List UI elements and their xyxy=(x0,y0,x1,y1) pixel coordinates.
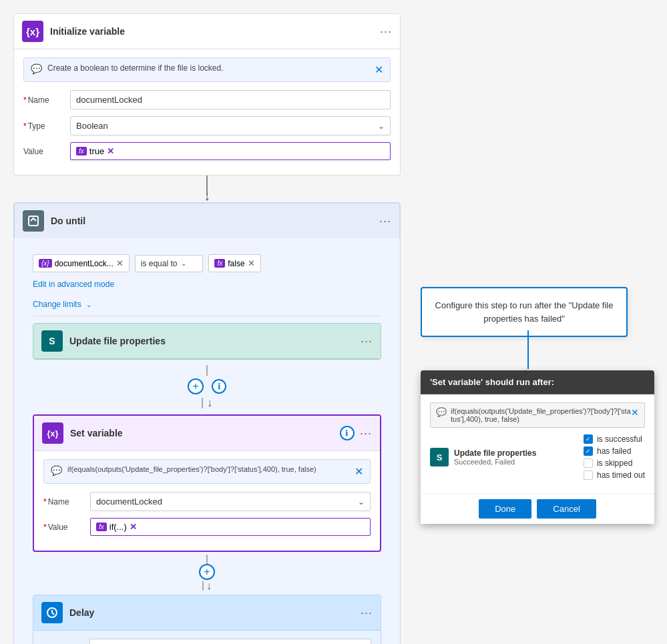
info-bar-close[interactable]: ✕ xyxy=(375,63,383,76)
type-select-wrapper[interactable]: Boolean Integer Float String Array Objec… xyxy=(70,116,391,135)
modal-footer: Done Cancel xyxy=(421,493,654,524)
modal-done-btn[interactable]: Done xyxy=(479,499,531,519)
set-var-expr-clear[interactable]: ✕ xyxy=(130,522,137,532)
callout-text: Configure this step to run after the "Up… xyxy=(435,300,614,324)
delay-card: Delay ··· *Count xyxy=(33,595,381,644)
modal-info-icon: 💬 xyxy=(436,407,447,417)
cb-failed[interactable] xyxy=(584,446,593,456)
info-bar-icon: 💬 xyxy=(31,63,42,74)
set-var-name-row: *Name documentLocked ⌄ xyxy=(43,492,371,511)
init-var-header: {x} Initialize variable ··· xyxy=(14,14,400,49)
condition-op-select[interactable]: is equal to ⌄ xyxy=(135,255,204,272)
set-var-info-icon: 💬 xyxy=(51,465,62,476)
down-arrow-2: ↓ xyxy=(206,580,212,592)
modal-info-bar: 💬 if(equals(outputs('Update_file_propert… xyxy=(430,402,645,428)
checkbox-row-skipped: is skipped xyxy=(584,458,645,468)
plus-info-row: + ℹ xyxy=(188,378,226,394)
inner-steps: S Update file properties ··· + xyxy=(33,323,381,644)
condition-var-remove[interactable]: ✕ xyxy=(116,258,124,268)
set-var-body: 💬 if(equals(outputs('Update_file_propert… xyxy=(34,451,380,551)
checkbox-row-successful: is successful xyxy=(584,434,645,444)
divider xyxy=(33,316,381,316)
init-var-body: 💬 Create a boolean to determine if the f… xyxy=(14,49,400,175)
info-button[interactable]: ℹ xyxy=(212,379,226,394)
update-file-menu[interactable]: ··· xyxy=(361,334,373,348)
set-var-name-dropdown[interactable]: documentLocked xyxy=(91,493,370,511)
expr-value: true xyxy=(89,146,104,156)
set-var-title: Set variable xyxy=(70,428,340,438)
value-input[interactable]: fx true ✕ xyxy=(70,142,391,160)
connector-arrow-1: ↓ xyxy=(204,189,210,202)
delay-menu[interactable]: ··· xyxy=(361,606,373,620)
cb-timedout-label: has timed out xyxy=(597,470,645,480)
set-var-expr-text: if(...) xyxy=(109,522,127,532)
cb-skipped[interactable] xyxy=(584,458,593,468)
name-input[interactable] xyxy=(70,90,391,109)
expr-clear[interactable]: ✕ xyxy=(107,146,114,156)
plus-row-bot: ↓ xyxy=(202,394,212,412)
modal-cancel-btn[interactable]: Cancel xyxy=(537,499,596,519)
modal-step-status: Succeeded, Failed xyxy=(454,458,578,466)
value-row: Value fx true ✕ xyxy=(23,142,391,160)
initialize-variable-card: {x} Initialize variable ··· 💬 Create a b… xyxy=(13,13,401,176)
cb-successful-label: is successful xyxy=(597,434,642,444)
cb-successful[interactable] xyxy=(584,434,593,444)
set-var-menu[interactable]: ··· xyxy=(360,426,372,440)
line-bot xyxy=(202,398,203,408)
delay-title: Delay xyxy=(69,607,361,618)
svg-line-3 xyxy=(52,613,54,615)
cb-skipped-label: is skipped xyxy=(597,458,632,468)
update-file-title: Update file properties xyxy=(69,336,361,346)
set-var-icon: {x} xyxy=(42,422,63,444)
condition-op-text: is equal to xyxy=(141,259,178,268)
cb-failed-label: has failed xyxy=(597,446,631,456)
init-var-menu[interactable]: ··· xyxy=(380,25,392,39)
set-var-info-close[interactable]: ✕ xyxy=(355,465,363,478)
edit-advanced-link[interactable]: Edit in advanced mode xyxy=(33,280,114,289)
condition-val-token[interactable]: fx false ✕ xyxy=(208,254,260,272)
modal-title: 'Set variable' should run after: xyxy=(430,377,554,387)
init-var-info-bar: 💬 Create a boolean to determine if the f… xyxy=(23,57,391,82)
type-select[interactable]: Boolean Integer Float String Array Objec… xyxy=(71,117,390,135)
callout-panel: Configure this step to run after the "Up… xyxy=(421,287,628,337)
set-var-info-bar: 💬 if(equals(outputs('Update_file_propert… xyxy=(43,459,371,484)
set-variable-card: {x} Set variable ℹ ··· 💬 if(equals(outp xyxy=(33,414,381,552)
condition-var-token[interactable]: {x} documentLock... ✕ xyxy=(33,254,130,272)
condition-var-text: documentLock... xyxy=(55,259,114,268)
modal-step-info: Update file properties Succeeded, Failed xyxy=(454,448,578,466)
do-until-body: {x} documentLock... ✕ is equal to ⌄ fx f… xyxy=(23,246,391,644)
condition-var-icon: {x} xyxy=(39,259,52,268)
modal-step-icon: S xyxy=(430,448,449,466)
plus-button-2[interactable]: + xyxy=(199,564,215,580)
modal-header: 'Set variable' should run after: xyxy=(421,370,654,394)
condition-val-remove[interactable]: ✕ xyxy=(248,258,255,268)
set-var-info-text: if(equals(outputs('Update_file_propertie… xyxy=(67,465,316,473)
delay-count-row: *Count xyxy=(43,639,371,644)
do-until-card: Do until ··· {x} documentLock... ✕ is eq… xyxy=(13,202,401,644)
modal-step-row: S Update file properties Succeeded, Fail… xyxy=(430,434,645,480)
set-var-value-input[interactable]: fx if(...) ✕ xyxy=(90,518,371,536)
modal-checkboxes: is successful has failed is skipped has … xyxy=(584,434,645,480)
modal-info-text: if(equals(outputs('Update_file_propertie… xyxy=(451,407,631,423)
do-until-menu[interactable]: ··· xyxy=(379,214,391,228)
update-file-header: S Update file properties ··· xyxy=(33,324,381,359)
connector-1: ↓ xyxy=(13,176,401,202)
delay-body: *Count *Unit xyxy=(33,631,381,644)
condition-row: {x} documentLock... ✕ is equal to ⌄ fx f… xyxy=(33,254,381,272)
change-limits-link[interactable]: Change limits ⌄ xyxy=(33,300,91,309)
set-var-name-select[interactable]: documentLocked ⌄ xyxy=(90,492,371,511)
init-var-title: Initialize variable xyxy=(50,26,380,37)
delay-count-input[interactable] xyxy=(89,639,371,644)
type-label: *Type xyxy=(23,121,70,131)
change-limits-chevron: ⌄ xyxy=(86,301,91,308)
modal-body: 💬 if(equals(outputs('Update_file_propert… xyxy=(421,394,654,493)
modal-info-close[interactable]: ✕ xyxy=(631,407,639,418)
cb-timedout[interactable] xyxy=(584,470,593,480)
plus-button[interactable]: + xyxy=(188,378,204,394)
plus-row xyxy=(206,362,208,378)
set-var-name-label: *Name xyxy=(43,497,90,507)
set-var-info-btn[interactable]: ℹ xyxy=(340,426,355,440)
run-after-modal: 'Set variable' should run after: 💬 if(eq… xyxy=(421,370,654,524)
plus-connector-1: + ℹ ↓ xyxy=(33,360,381,414)
name-label: *Name xyxy=(23,95,70,105)
